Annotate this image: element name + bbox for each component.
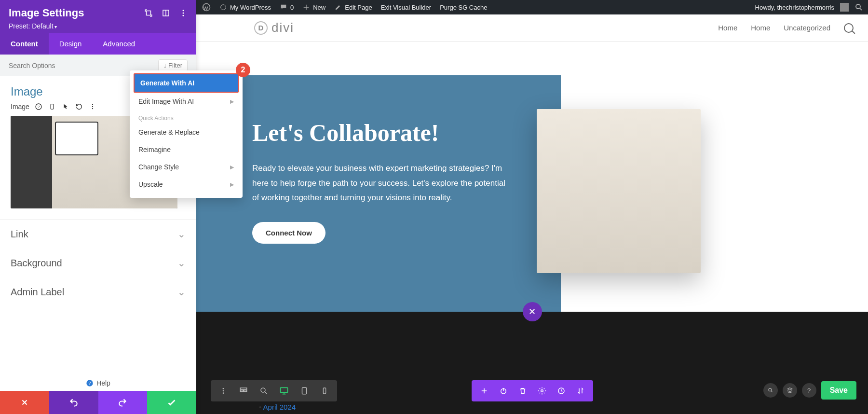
dd-generate-replace[interactable]: Generate & Replace (130, 124, 243, 141)
close-builder-fab[interactable]: ✕ (523, 302, 542, 321)
trash-icon[interactable] (513, 381, 532, 400)
accordion-admin-label[interactable]: Admin Label⌄ (0, 277, 196, 306)
filter-button[interactable]: ↓ Filter (158, 59, 188, 71)
page-canvas: Let's Collaborate! Ready to elevate your… (196, 41, 868, 414)
help-icon[interactable]: ? (34, 102, 43, 111)
wp-admin-bar: My WordPress 0 New Edit Page Exit Visual… (196, 0, 868, 14)
wp-edit-page[interactable]: Edit Page (334, 3, 372, 11)
help-circle-icon[interactable]: ? (802, 383, 816, 398)
discard-button[interactable] (0, 391, 49, 414)
field-kebab-icon[interactable] (88, 102, 97, 111)
ai-dropdown: 2 Generate With AI Edit Image With AI▶ Q… (130, 70, 243, 198)
save-button[interactable]: Save (821, 381, 856, 400)
hover-icon[interactable] (61, 102, 70, 111)
builder-footer: ✕ ? Save (196, 312, 868, 414)
nav-uncategorized[interactable]: Uncategorized (784, 24, 830, 32)
zoom-icon[interactable] (254, 381, 273, 400)
power-icon[interactable] (494, 381, 513, 400)
dd-upscale[interactable]: Upscale▶ (130, 176, 243, 193)
sort-icon[interactable] (571, 381, 590, 400)
reset-icon[interactable] (75, 102, 83, 111)
svg-line-36 (771, 391, 772, 392)
svg-point-11 (92, 108, 93, 109)
svg-point-4 (183, 13, 184, 14)
history-icon[interactable] (552, 381, 571, 400)
svg-point-5 (183, 15, 184, 16)
wp-site-link[interactable]: My WordPress (219, 3, 271, 11)
accordion: Link⌄ Background⌄ Admin Label⌄ (0, 219, 196, 306)
svg-text:?: ? (89, 381, 91, 386)
preset-selector[interactable]: Preset: Default▾ (9, 22, 188, 30)
chevron-right-icon: ▶ (230, 164, 234, 170)
wp-logo[interactable] (202, 3, 211, 12)
toolbar-kebab-icon[interactable] (214, 381, 233, 400)
confirm-button[interactable] (147, 391, 196, 414)
svg-rect-23 (244, 390, 247, 392)
desktop-icon[interactable] (274, 381, 294, 400)
help-row[interactable]: ? Help (0, 375, 196, 391)
svg-point-9 (92, 104, 93, 105)
callout-2-badge: 2 (236, 63, 250, 77)
svg-line-25 (265, 392, 267, 394)
tab-design[interactable]: Design (49, 33, 93, 55)
accordion-link[interactable]: Link⌄ (0, 220, 196, 248)
panel-title: Image Settings (9, 7, 144, 19)
gear-icon[interactable] (532, 381, 552, 400)
main-nav: Home Home Uncategorized (718, 23, 854, 33)
redo-button[interactable] (98, 391, 148, 414)
nav-home-1[interactable]: Home (718, 24, 737, 32)
wp-howdy[interactable]: Howdy, thechristophermorris (755, 4, 834, 11)
columns-icon[interactable] (162, 9, 170, 17)
svg-point-3 (183, 10, 184, 11)
svg-point-10 (92, 106, 93, 107)
hero-image[interactable] (537, 109, 701, 273)
hero-cta-button[interactable]: Connect Now (252, 222, 326, 244)
nav-home-2[interactable]: Home (751, 24, 770, 32)
avatar[interactable] (840, 3, 849, 12)
kebab-icon[interactable] (179, 9, 188, 17)
svg-point-16 (856, 4, 860, 9)
svg-point-35 (769, 388, 772, 391)
dd-quick-actions-label: Quick Actions (130, 110, 243, 124)
panel-actions (0, 391, 196, 414)
accordion-background[interactable]: Background⌄ (0, 248, 196, 277)
dd-edit-image-with-ai[interactable]: Edit Image With AI▶ (130, 93, 243, 110)
phone-icon[interactable] (315, 381, 334, 400)
search-circle-icon[interactable] (763, 383, 778, 398)
wp-exit-visual-builder[interactable]: Exit Visual Builder (381, 4, 432, 11)
archive-link[interactable]: April 2024 (259, 403, 296, 411)
dd-generate-with-ai[interactable]: Generate With AI (134, 73, 239, 93)
expand-icon[interactable] (144, 9, 153, 17)
search-options-input[interactable]: Search Options (9, 62, 55, 69)
tab-content[interactable]: Content (0, 33, 49, 55)
svg-rect-8 (51, 104, 54, 110)
tab-advanced[interactable]: Advanced (92, 33, 146, 55)
svg-text:?: ? (38, 105, 40, 109)
svg-point-20 (223, 392, 224, 394)
layers-icon[interactable] (783, 383, 797, 398)
wp-new[interactable]: New (302, 3, 326, 11)
wp-purge-cache[interactable]: Purge SG Cache (440, 4, 487, 11)
module-toolbar (472, 380, 593, 401)
dd-change-style[interactable]: Change Style▶ (130, 158, 243, 176)
svg-point-24 (261, 388, 265, 392)
svg-point-18 (223, 388, 224, 389)
hero-section: Let's Collaborate! Ready to elevate your… (196, 75, 561, 317)
wireframe-icon[interactable] (234, 381, 253, 400)
svg-rect-22 (240, 390, 243, 392)
svg-line-17 (860, 8, 862, 10)
search-icon[interactable] (844, 23, 854, 33)
add-icon[interactable] (475, 381, 494, 400)
tablet-icon[interactable] (295, 381, 314, 400)
right-controls: ? Save (763, 381, 856, 400)
chevron-down-icon: ⌄ (177, 228, 186, 240)
view-toolbar (211, 380, 337, 401)
divi-logo[interactable]: Ddivi (254, 20, 294, 35)
mobile-icon[interactable] (48, 102, 56, 111)
svg-point-33 (541, 390, 543, 392)
undo-button[interactable] (49, 391, 98, 414)
wp-comments[interactable]: 0 (280, 3, 294, 11)
search-icon[interactable] (854, 3, 863, 12)
dd-reimagine[interactable]: Reimagine (130, 141, 243, 158)
svg-point-19 (223, 390, 224, 392)
